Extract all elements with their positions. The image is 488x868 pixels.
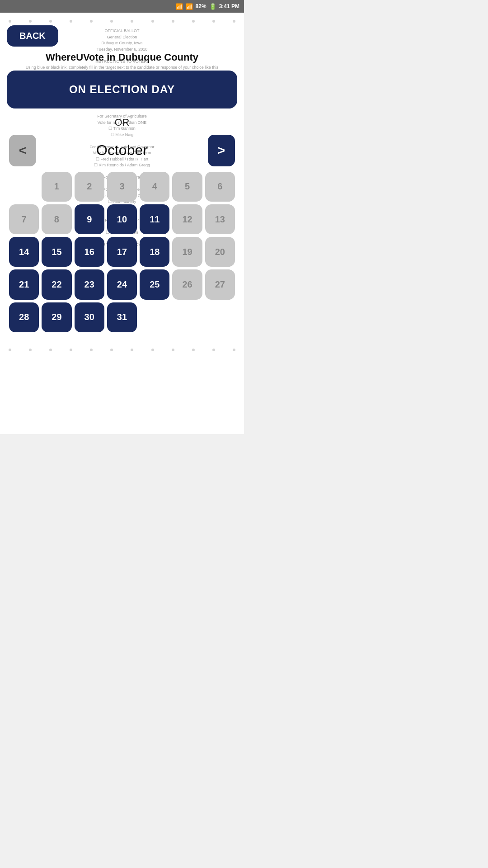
time-text: 3:41 PM xyxy=(219,3,239,9)
page-title: WhereUVote in Dubuque County xyxy=(7,51,237,64)
election-day-button[interactable]: ON ELECTION DAY xyxy=(7,71,237,108)
calendar-day-18[interactable]: 18 xyxy=(140,237,169,267)
dots-bottom xyxy=(7,346,237,354)
back-button[interactable]: BACK xyxy=(7,25,58,47)
calendar-day-2: 2 xyxy=(75,172,104,202)
calendar-day-14[interactable]: 14 xyxy=(9,237,39,267)
calendar-day-20: 20 xyxy=(205,237,235,267)
next-month-button[interactable]: > xyxy=(208,135,235,166)
calendar-day-26: 26 xyxy=(172,269,202,299)
calendar-day-3: 3 xyxy=(107,172,137,202)
calendar-day-28[interactable]: 28 xyxy=(9,302,39,332)
calendar-day-1: 1 xyxy=(42,172,71,202)
calendar-day-15[interactable]: 15 xyxy=(42,237,71,267)
calendar-day-25[interactable]: 25 xyxy=(140,269,169,299)
calendar-day-17[interactable]: 17 xyxy=(107,237,137,267)
prev-month-button[interactable]: < xyxy=(9,135,36,166)
signal-icon: 📶 xyxy=(186,3,193,10)
calendar-day-6: 6 xyxy=(205,172,235,202)
calendar-day-13: 13 xyxy=(205,204,235,234)
month-label: October xyxy=(36,142,208,159)
month-navigation: < October > xyxy=(9,135,235,166)
calendar-empty-cell xyxy=(9,172,39,202)
dots-top xyxy=(7,17,237,25)
calendar-day-19: 19 xyxy=(172,237,202,267)
calendar-day-30[interactable]: 30 xyxy=(75,302,104,332)
calendar-day-29[interactable]: 29 xyxy=(42,302,71,332)
battery-icon: 🔋 xyxy=(209,3,216,10)
calendar-day-9[interactable]: 9 xyxy=(75,204,104,234)
calendar-day-23[interactable]: 23 xyxy=(75,269,104,299)
status-bar: 📶 📶 82% 🔋 3:41 PM xyxy=(0,0,244,13)
calendar-day-10[interactable]: 10 xyxy=(107,204,137,234)
calendar-day-4: 4 xyxy=(140,172,169,202)
wifi-icon: 📶 xyxy=(176,3,183,10)
calendar-day-7: 7 xyxy=(9,204,39,234)
calendar: < October > 1234567891011121314151617181… xyxy=(7,135,237,332)
calendar-day-24[interactable]: 24 xyxy=(107,269,137,299)
calendar-day-31[interactable]: 31 xyxy=(107,302,137,332)
calendar-day-11[interactable]: 11 xyxy=(140,204,169,234)
or-label: OR xyxy=(7,117,237,128)
battery-text: 82% xyxy=(196,3,206,9)
calendar-day-5: 5 xyxy=(172,172,202,202)
calendar-day-22[interactable]: 22 xyxy=(42,269,71,299)
calendar-grid: 1234567891011121314151617181920212223242… xyxy=(9,172,235,332)
calendar-day-16[interactable]: 16 xyxy=(75,237,104,267)
calendar-day-27: 27 xyxy=(205,269,235,299)
calendar-day-8: 8 xyxy=(42,204,71,234)
main-content: BACK WhereUVote in Dubuque County ON ELE… xyxy=(0,13,244,359)
calendar-day-12: 12 xyxy=(172,204,202,234)
calendar-day-21[interactable]: 21 xyxy=(9,269,39,299)
